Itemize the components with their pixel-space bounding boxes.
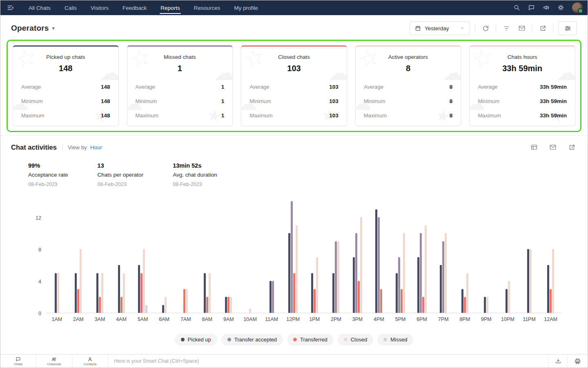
chart-bar-transfer-accepted[interactable] xyxy=(442,241,444,313)
legend-item-transfer-accepted[interactable]: Transfer accepted xyxy=(221,334,283,346)
chat-bubble-icon[interactable] xyxy=(528,4,535,11)
nav-tab-my-profile[interactable]: My profile xyxy=(227,0,265,15)
chart-bar-picked-up[interactable] xyxy=(75,273,77,313)
print-icon[interactable] xyxy=(567,355,588,368)
email-chart-icon[interactable] xyxy=(548,142,558,153)
chart-bar-transferred[interactable] xyxy=(77,289,79,313)
chart-bar-transfer-accepted[interactable] xyxy=(291,201,293,313)
chart-bar-transferred[interactable] xyxy=(183,289,185,313)
user-avatar[interactable] xyxy=(572,2,583,13)
export-icon[interactable] xyxy=(537,23,548,34)
chart-bar-closed[interactable] xyxy=(445,233,447,313)
chart-bar-picked-up[interactable] xyxy=(396,273,398,313)
stat-card[interactable]: ☆☁★☁Missed chats1Average1Minimum1Maximum… xyxy=(127,45,233,126)
chart-bar-closed[interactable] xyxy=(143,249,145,313)
chart-bar-closed[interactable] xyxy=(123,273,125,313)
stat-card[interactable]: ☆☁★☁Picked up chats148Average148Minimum1… xyxy=(13,45,119,126)
nav-tab-all-chats[interactable]: All Chats xyxy=(22,0,58,15)
chart-bar-picked-up[interactable] xyxy=(506,289,508,313)
chart-bar-closed[interactable] xyxy=(486,297,488,313)
title-dropdown-caret-icon[interactable]: ▾ xyxy=(52,25,55,31)
stat-card[interactable]: ☆☁★☁Active operators8Average8Minimum8Max… xyxy=(355,45,461,126)
chart-bar-picked-up[interactable] xyxy=(527,249,529,313)
chart-bar-closed[interactable] xyxy=(425,225,427,313)
nav-tab-visitors[interactable]: Visitors xyxy=(84,0,116,15)
chart-bar-transferred[interactable] xyxy=(314,289,316,313)
chart-bar-picked-up[interactable] xyxy=(547,265,549,313)
chart-bar-closed[interactable] xyxy=(466,273,468,313)
chart-bar-closed[interactable] xyxy=(57,273,59,313)
export-chart-icon[interactable] xyxy=(566,142,577,153)
chart-bar-picked-up[interactable] xyxy=(118,265,120,313)
chart-bar-picked-up[interactable] xyxy=(311,273,313,313)
legend-item-closed[interactable]: Closed xyxy=(338,334,373,346)
download-icon[interactable] xyxy=(548,355,567,368)
date-range-select[interactable]: Yesterday xyxy=(410,21,470,35)
refresh-icon[interactable] xyxy=(480,23,491,34)
chart-bar-transferred[interactable] xyxy=(293,273,295,313)
nav-tab-calls[interactable]: Calls xyxy=(58,0,84,15)
card-view-icon[interactable] xyxy=(529,142,539,153)
chart-bar-picked-up[interactable] xyxy=(440,265,442,313)
chart-bar-transferred[interactable] xyxy=(206,297,208,313)
footer-tab-channels[interactable]: Channels xyxy=(36,355,72,368)
chart-bar-transfer-accepted[interactable] xyxy=(272,281,274,313)
chart-bar-picked-up[interactable] xyxy=(138,265,140,313)
chart-bar-picked-up[interactable] xyxy=(55,273,57,313)
chart-bar-picked-up[interactable] xyxy=(461,289,463,313)
chart-bar-closed[interactable] xyxy=(230,297,232,313)
email-report-icon[interactable] xyxy=(517,23,527,34)
stat-card[interactable]: ☆☁★☁Closed chats103Average103Minimum103M… xyxy=(241,45,347,126)
chart-bar-closed[interactable] xyxy=(552,249,554,313)
chart-bar-transferred[interactable] xyxy=(464,297,466,313)
nav-tab-feedback[interactable]: Feedback xyxy=(116,0,154,15)
legend-item-missed[interactable]: Missed xyxy=(377,334,413,346)
chart-bar-transferred[interactable] xyxy=(401,289,403,313)
stat-card[interactable]: ☆☁★☁Chats hours33h 59minAverage33h 59min… xyxy=(469,45,575,126)
menu-expand-icon[interactable] xyxy=(5,2,16,13)
nav-tab-resources[interactable]: Resources xyxy=(187,0,227,15)
chart-bar-transferred[interactable] xyxy=(358,281,360,313)
chart-bar-picked-up[interactable] xyxy=(204,273,206,313)
sound-icon[interactable] xyxy=(543,4,550,11)
chart-bar-picked-up[interactable] xyxy=(96,273,98,313)
chart-bar-transfer-accepted[interactable] xyxy=(355,233,357,313)
settings-gear-icon[interactable] xyxy=(557,4,565,11)
chart-bar-closed[interactable] xyxy=(316,257,318,313)
chart-bar-picked-up[interactable] xyxy=(162,305,164,313)
chart-bar-closed[interactable] xyxy=(209,273,211,313)
chart-bar-picked-up[interactable] xyxy=(375,209,377,313)
chart-bar-transferred[interactable] xyxy=(140,273,143,313)
chart-bar-picked-up[interactable] xyxy=(332,273,334,313)
chart-bar-picked-up[interactable] xyxy=(288,233,290,313)
chart-bar-closed[interactable] xyxy=(165,297,167,313)
footer-tab-chats[interactable]: Chats xyxy=(0,355,36,368)
chart-bar-missed[interactable] xyxy=(145,305,147,313)
chart-bar-closed[interactable] xyxy=(80,249,82,313)
chart-bar-closed[interactable] xyxy=(296,225,298,313)
chart-bar-transferred[interactable] xyxy=(99,297,101,313)
chart-bar-closed[interactable] xyxy=(530,249,532,313)
chart-bar-transfer-accepted[interactable] xyxy=(398,257,400,313)
smart-chat-input[interactable] xyxy=(108,355,548,368)
chart-bar-picked-up[interactable] xyxy=(484,297,486,313)
chart-bar-picked-up[interactable] xyxy=(353,257,355,313)
chart-bar-closed[interactable] xyxy=(101,273,103,313)
chart-bar-transferred[interactable] xyxy=(120,297,122,313)
chart-bar-transferred[interactable] xyxy=(550,289,552,313)
footer-tab-contacts[interactable]: Contacts xyxy=(72,355,108,368)
chart-bar-picked-up[interactable] xyxy=(270,281,272,313)
chart-bar-closed[interactable] xyxy=(360,217,362,313)
nav-tab-reports[interactable]: Reports xyxy=(154,0,187,15)
filter-icon[interactable] xyxy=(501,23,512,34)
chart-bar-closed[interactable] xyxy=(403,233,405,313)
legend-item-picked-up[interactable]: Picked up xyxy=(175,334,217,346)
chart-bar-transfer-accepted[interactable] xyxy=(378,217,380,313)
chart-bar-picked-up[interactable] xyxy=(417,257,419,313)
search-icon[interactable] xyxy=(513,4,521,11)
chart-bar-closed[interactable] xyxy=(186,289,188,313)
chart-bar-transferred[interactable] xyxy=(380,289,382,313)
chart-bar-closed[interactable] xyxy=(249,309,251,313)
chart-bar-transferred[interactable] xyxy=(422,297,424,313)
chart-bar-closed[interactable] xyxy=(508,281,510,313)
